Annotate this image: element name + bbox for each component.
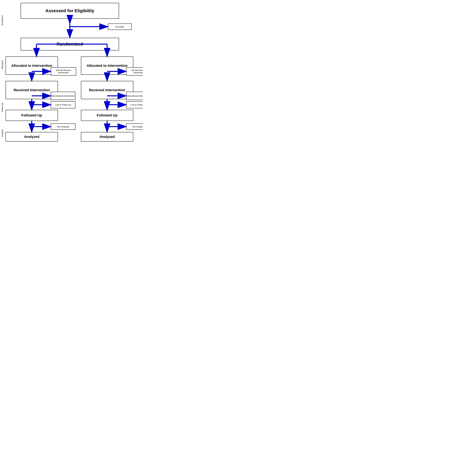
box-did-not-right: Did Not Receive Intervention [126, 67, 143, 76]
box-lost-left: Lost to Follow-Up [51, 101, 75, 108]
box-excluded: Excluded [108, 23, 132, 30]
box-received-left: Received Intervention [6, 81, 58, 99]
box-eligibility: Assessed for Eligibility [21, 3, 119, 19]
box-followed-right: Followed Up [81, 110, 133, 121]
box-received-right: Received Intervention [81, 81, 133, 99]
label-analysis: Analysis [0, 123, 4, 143]
box-analyzed-right: Analyzed [81, 132, 133, 141]
box-followed-left: Followed Up [6, 110, 58, 121]
box-allocated-right: Allocated to Intervention [81, 56, 133, 75]
box-allocated-left: Allocated to Intervention [6, 56, 58, 75]
box-discontinued-left: Discontinued Intervention [51, 92, 75, 100]
label-enrollment: Enrollment [0, 3, 4, 38]
box-analyzed-left: Analyzed [6, 132, 58, 141]
diagram-container: Enrollment Allocation Follow-Up Analysis… [0, 0, 143, 143]
box-lost-right: Lost to Follow-Up [126, 101, 143, 108]
box-not-analyzed-right: Not Analyzed [126, 123, 143, 130]
box-not-analyzed-left: Not Analyzed [51, 123, 75, 130]
label-allocation: Allocation [0, 38, 4, 92]
box-randomized: Randomized [21, 38, 119, 51]
box-did-not-left: Did Not Receive Intervention [51, 67, 76, 76]
label-followup: Follow-Up [0, 92, 4, 123]
box-discontinued-right: Discontinued Intervention [126, 92, 143, 100]
